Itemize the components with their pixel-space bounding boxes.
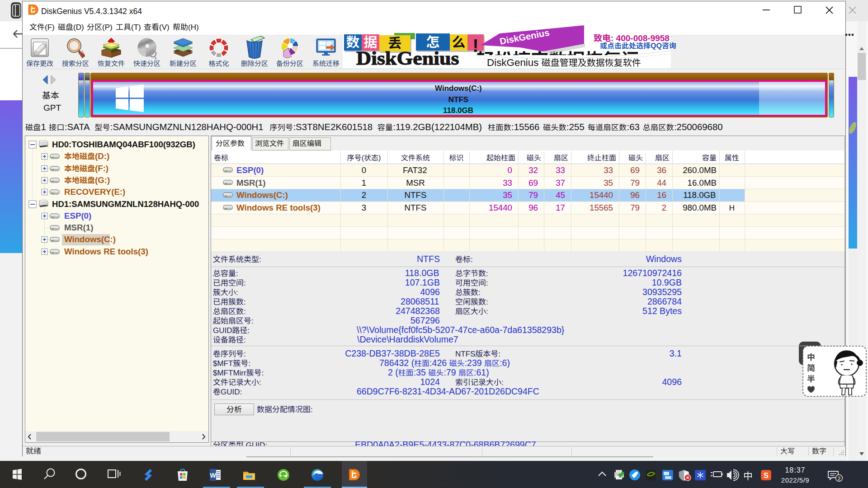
svg-text:1: 1 <box>41 122 46 132</box>
svg-text::: : <box>486 269 488 278</box>
svg-text:NTFS: NTFS <box>405 203 427 212</box>
svg-text::: : <box>486 307 488 316</box>
svg-text::35: :35 <box>414 367 426 377</box>
svg-text:44: 44 <box>657 178 666 188</box>
svg-text:15440: 15440 <box>590 190 613 200</box>
svg-text:Windows: Windows <box>236 203 274 212</box>
svg-text::: : <box>259 378 261 387</box>
svg-text:400-008-9958: 400-008-9958 <box>616 33 670 43</box>
svg-text:(D:): (D:) <box>95 151 109 161</box>
svg-text::: : <box>471 255 473 264</box>
svg-text::255: :255 <box>566 122 585 132</box>
svg-text:45: 45 <box>556 190 565 200</box>
svg-text:33: 33 <box>556 165 565 175</box>
svg-text:(T): (T) <box>131 23 141 32</box>
svg-text:28068511: 28068511 <box>401 296 439 306</box>
svg-text:(H): (H) <box>188 23 199 32</box>
svg-text:(: ( <box>395 367 398 377</box>
svg-text:15440: 15440 <box>489 203 512 212</box>
svg-text:DiskGenius: DiskGenius <box>356 48 459 68</box>
svg-text::119.2GB(122104MB): :119.2GB(122104MB) <box>393 122 482 132</box>
svg-text:S: S <box>764 471 769 480</box>
svg-text:96: 96 <box>630 190 640 200</box>
svg-text::: : <box>236 269 238 278</box>
svg-text:0: 0 <box>362 165 366 175</box>
svg-text::: : <box>501 378 504 387</box>
svg-text:980.0MB: 980.0MB <box>683 203 717 212</box>
svg-text:$MFTMirr: $MFTMirr <box>213 369 246 377</box>
svg-text:118.0GB: 118.0GB <box>443 106 473 115</box>
svg-text::: : <box>259 255 261 264</box>
svg-text::: : <box>251 317 254 325</box>
svg-text:36: 36 <box>657 165 666 175</box>
svg-text::: : <box>244 298 246 306</box>
svg-text:37: 37 <box>556 178 565 188</box>
svg-text:Windows: Windows <box>64 247 101 256</box>
svg-text:RE: RE <box>104 247 115 256</box>
svg-text::: : <box>244 336 246 344</box>
svg-text:Windows: Windows <box>646 254 682 264</box>
svg-text:35: 35 <box>604 178 613 188</box>
svg-text::: : <box>244 307 246 316</box>
svg-text:tools(3): tools(3) <box>290 203 320 212</box>
svg-text:17: 17 <box>556 203 565 212</box>
svg-text:15565: 15565 <box>590 203 613 212</box>
svg-text:GUID:: GUID: <box>221 388 242 396</box>
svg-text:ESP(0): ESP(0) <box>64 211 91 221</box>
svg-text:4096: 4096 <box>662 377 682 387</box>
svg-text:(: ( <box>411 358 415 368</box>
svg-text::S3T8NE2K601518: :S3T8NE2K601518 <box>293 122 373 132</box>
svg-text:66D9C7F6-8231-4D34-AD67-201D26: 66D9C7F6-8231-4D34-AD67-201D26DC94FC <box>357 386 539 396</box>
svg-text:126710972416: 126710972416 <box>623 268 682 278</box>
svg-text:16: 16 <box>657 190 666 200</box>
svg-text:2: 2 <box>362 190 366 200</box>
svg-text:2: 2 <box>388 367 393 377</box>
svg-text:HD0:TOSHIBAMQ04ABF100(932GB): HD0:TOSHIBAMQ04ABF100(932GB) <box>52 140 195 149</box>
svg-text:3: 3 <box>362 203 366 212</box>
svg-text:DiskGenius: DiskGenius <box>41 7 82 16</box>
svg-text::: : <box>486 279 488 287</box>
svg-text:16.0MB: 16.0MB <box>688 178 717 188</box>
svg-text:(F:): (F:) <box>95 164 108 173</box>
svg-text:GUID: GUID <box>213 326 232 335</box>
svg-text:Windows(C:): Windows(C:) <box>64 235 116 244</box>
svg-text:RE: RE <box>276 203 288 212</box>
svg-text:MSR(1): MSR(1) <box>236 178 265 188</box>
svg-text:(P): (P) <box>102 23 113 32</box>
svg-text:79: 79 <box>528 190 538 200</box>
svg-text:MSR: MSR <box>406 178 425 188</box>
svg-text:V5.4.3.1342: V5.4.3.1342 <box>84 7 127 16</box>
svg-text:FAT32: FAT32 <box>403 165 427 175</box>
svg-text::SAMSUNGMZNLN128HAHQ-000H1: :SAMSUNGMZNLN128HAHQ-000H1 <box>110 122 264 132</box>
svg-text::: : <box>262 369 264 377</box>
svg-text:786432: 786432 <box>379 358 409 368</box>
svg-text::: : <box>478 288 481 297</box>
svg-text:\Device\HarddiskVolume7: \Device\HarddiskVolume7 <box>357 334 458 344</box>
svg-text:(: ( <box>362 154 364 162</box>
svg-text::6): :6) <box>500 358 510 368</box>
svg-text:247482368: 247482368 <box>396 306 440 316</box>
svg-text:W: W <box>210 472 216 479</box>
svg-text:32: 32 <box>528 165 538 175</box>
svg-text:(F): (F) <box>45 23 55 32</box>
svg-text::15566: :15566 <box>511 122 539 132</box>
svg-text:\\?\Volume{fcf0fc5b-5207-47ce-: \\?\Volume{fcf0fc5b-5207-47ce-a60a-7da61… <box>357 325 565 335</box>
svg-text:118.0GB: 118.0GB <box>405 268 439 278</box>
svg-text:NTFS: NTFS <box>448 95 468 104</box>
svg-text:(G:): (G:) <box>95 175 110 185</box>
svg-text:69: 69 <box>630 165 640 175</box>
svg-text:260.0MB: 260.0MB <box>683 165 717 175</box>
svg-text:2: 2 <box>838 476 840 481</box>
svg-text:NTFS: NTFS <box>405 190 427 200</box>
svg-text:EBD0A0A2-B9E5-4433-87C0-68B6B7: EBD0A0A2-B9E5-4433-87C0-68B6B72699C7 <box>355 440 536 450</box>
svg-text::: : <box>311 405 313 414</box>
svg-text:18:37: 18:37 <box>785 466 805 474</box>
svg-text:RECOVERY(E:): RECOVERY(E:) <box>64 187 125 197</box>
svg-text:(V): (V) <box>159 23 170 32</box>
svg-text:79: 79 <box>630 178 640 188</box>
svg-text::426: :426 <box>429 358 447 368</box>
svg-text:107.1GB: 107.1GB <box>405 277 440 287</box>
svg-text::SATA: :SATA <box>65 122 90 132</box>
svg-text:$MFT: $MFT <box>213 359 233 368</box>
svg-text:33: 33 <box>503 178 512 188</box>
